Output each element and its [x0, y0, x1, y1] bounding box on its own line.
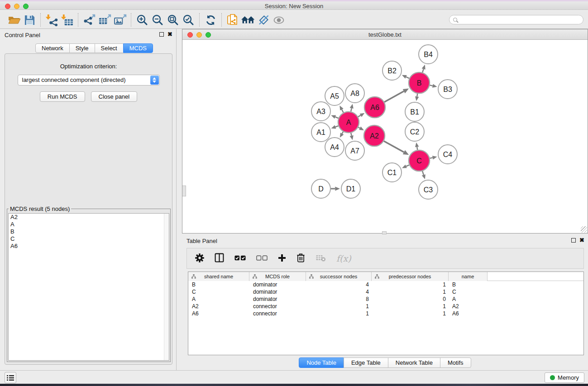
- mcds-result-item[interactable]: A6: [9, 243, 169, 250]
- table-cell[interactable]: 1: [306, 303, 372, 310]
- table-cell[interactable]: A2: [449, 303, 488, 310]
- graph-edge[interactable]: [406, 77, 409, 78]
- float-panel-icon[interactable]: [159, 32, 164, 37]
- table-cell[interactable]: 0: [372, 295, 449, 303]
- function-builder-button[interactable]: f(x): [336, 253, 351, 263]
- table-cell[interactable]: 1: [372, 281, 449, 288]
- zoom-fit-button[interactable]: [165, 13, 181, 27]
- show-columns-button[interactable]: [215, 253, 224, 264]
- graph-edge[interactable]: [335, 126, 338, 127]
- table-cell[interactable]: connector: [249, 303, 306, 310]
- table-cell[interactable]: C: [188, 288, 249, 295]
- table-cell[interactable]: 4: [306, 281, 372, 288]
- close-panel-icon[interactable]: ✖: [167, 32, 172, 37]
- table-cell[interactable]: A2: [188, 303, 249, 310]
- table-row[interactable]: Adominator80A: [188, 295, 583, 303]
- graph-edge[interactable]: [351, 133, 351, 135]
- run-mcds-button[interactable]: Run MCDS: [40, 91, 85, 102]
- add-column-button[interactable]: [278, 254, 286, 263]
- copy-network-button[interactable]: [225, 13, 240, 27]
- delete-column-button[interactable]: [296, 253, 305, 264]
- resize-grip-icon[interactable]: [581, 226, 587, 233]
- graph-edge[interactable]: [422, 69, 423, 72]
- tab-style[interactable]: Style: [69, 43, 95, 53]
- table-cell[interactable]: dominator: [249, 281, 306, 288]
- import-network-button[interactable]: [44, 13, 59, 27]
- show-hide-button[interactable]: [271, 13, 287, 27]
- table-cell[interactable]: dominator: [249, 288, 306, 295]
- deselect-all-button[interactable]: [256, 255, 268, 262]
- table-row[interactable]: A6connector11A6: [188, 310, 583, 317]
- graph-edge[interactable]: [417, 147, 417, 150]
- mcds-result-item[interactable]: B: [9, 228, 169, 235]
- graph-edge[interactable]: [342, 132, 344, 133]
- panel-list-button[interactable]: [5, 372, 16, 383]
- graph-edge[interactable]: [417, 94, 417, 97]
- table-cell[interactable]: A6: [449, 310, 488, 317]
- table-settings-button[interactable]: [195, 253, 204, 264]
- memory-button[interactable]: Memory: [545, 372, 584, 383]
- table-cell[interactable]: dominator: [249, 295, 306, 303]
- table-cell[interactable]: 1: [306, 310, 372, 317]
- graph-edge[interactable]: [422, 171, 424, 175]
- table-cell[interactable]: A6: [188, 310, 249, 317]
- table-cell[interactable]: A: [449, 295, 488, 303]
- network-canvas[interactable]: B4B2BB3A8A5A6A3B1AC2A1A2A4A7C4CC1DD1C3: [182, 40, 588, 233]
- refresh-layout-button[interactable]: [203, 13, 218, 27]
- table-cell[interactable]: A: [188, 295, 249, 303]
- tab-motifs[interactable]: Motifs: [440, 357, 471, 368]
- hide-graphics-details-button[interactable]: [256, 13, 271, 27]
- tab-network-table[interactable]: Network Table: [388, 357, 440, 368]
- column-header-name[interactable]: name: [449, 272, 488, 281]
- mcds-result-item[interactable]: A: [9, 221, 169, 228]
- criterion-dropdown[interactable]: largest connected component (directed): [18, 75, 160, 86]
- close-panel-button[interactable]: Close panel: [91, 91, 138, 102]
- graph-edge[interactable]: [358, 127, 360, 128]
- zoom-out-button[interactable]: [150, 13, 165, 27]
- table-row[interactable]: Bdominator41B: [188, 281, 583, 288]
- splitter-handle[interactable]: [382, 231, 387, 234]
- table-row[interactable]: Cdominator41C: [188, 288, 583, 295]
- tab-mcds[interactable]: MCDS: [123, 43, 153, 53]
- graph-edge[interactable]: [342, 110, 344, 113]
- tab-network[interactable]: Network: [35, 43, 70, 53]
- zoom-in-button[interactable]: [134, 13, 150, 27]
- table-cell[interactable]: C: [449, 288, 488, 295]
- table-row[interactable]: A2connector11A2: [188, 303, 583, 310]
- table-cell[interactable]: connector: [249, 310, 306, 317]
- float-table-panel-icon[interactable]: [571, 238, 576, 243]
- birdseye-toggle[interactable]: [182, 186, 186, 196]
- graph-edge[interactable]: [358, 115, 361, 117]
- network-window-titlebar[interactable]: testGlobe.txt: [182, 29, 588, 40]
- open-session-button[interactable]: [6, 13, 22, 27]
- search-input[interactable]: [459, 16, 583, 24]
- export-network-button[interactable]: [81, 13, 97, 27]
- save-session-button[interactable]: [22, 13, 37, 27]
- export-image-button[interactable]: [112, 13, 128, 27]
- scrollbar[interactable]: [164, 214, 169, 360]
- graph-edge[interactable]: [384, 91, 404, 102]
- graph-edge[interactable]: [335, 117, 339, 118]
- table-cell[interactable]: 1: [372, 288, 449, 295]
- mcds-result-item[interactable]: A2: [9, 214, 169, 221]
- column-header-shared-name[interactable]: shared name: [188, 272, 249, 281]
- close-table-panel-icon[interactable]: ✖: [579, 238, 584, 243]
- table-cell[interactable]: 1: [372, 310, 449, 317]
- column-header-predecessor-nodes[interactable]: predecessor nodes: [372, 272, 449, 281]
- import-table-button[interactable]: [59, 13, 75, 27]
- table-cell[interactable]: B: [449, 281, 488, 288]
- graph-edge[interactable]: [430, 157, 432, 158]
- table-cell[interactable]: B: [188, 281, 249, 288]
- delete-table-button[interactable]: [316, 254, 326, 263]
- tab-node-table[interactable]: Node Table: [299, 357, 344, 368]
- zoom-selected-button[interactable]: [181, 13, 196, 27]
- graph-edge[interactable]: [351, 108, 352, 111]
- mcds-result-item[interactable]: C: [9, 235, 169, 243]
- table-cell[interactable]: 4: [306, 288, 372, 295]
- tab-select[interactable]: Select: [95, 43, 124, 53]
- graph-edge[interactable]: [384, 141, 404, 152]
- export-table-button[interactable]: [97, 13, 112, 27]
- node-table[interactable]: shared nameMCDS rolesuccessor nodesprede…: [188, 272, 584, 355]
- table-cell[interactable]: 8: [306, 295, 372, 303]
- select-all-button[interactable]: [234, 255, 246, 262]
